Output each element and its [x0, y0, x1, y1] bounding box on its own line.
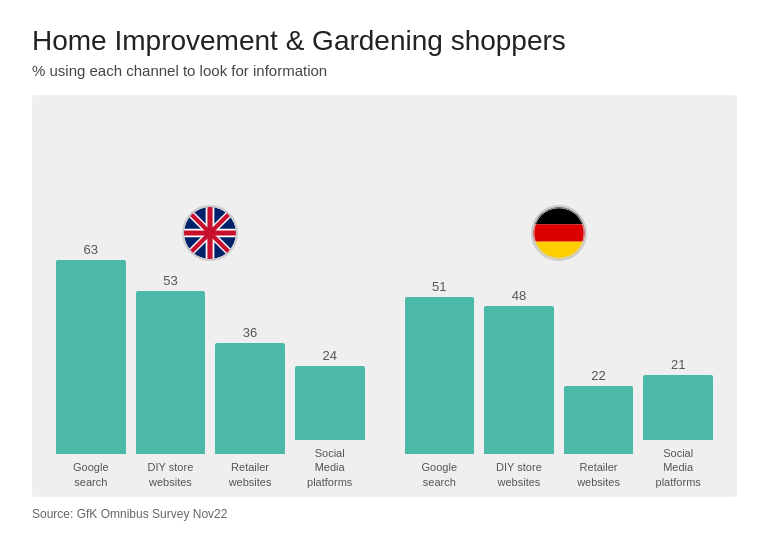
bar-value: 63 — [84, 242, 98, 257]
bar-value: 21 — [671, 357, 685, 372]
bar-value: 48 — [512, 288, 526, 303]
bar-rect — [215, 343, 285, 454]
bar-col: 36Retailerwebsites — [215, 325, 285, 489]
bar-rect — [564, 386, 634, 454]
bar-label: Retailerwebsites — [577, 460, 620, 489]
bar-col: 21SocialMediaplatforms — [643, 357, 713, 489]
page-title: Home Improvement & Gardening shoppers — [32, 24, 737, 58]
page-subtitle: % using each channel to look for informa… — [32, 62, 737, 79]
bar-col: 51Googlesearch — [405, 279, 475, 489]
de-bars-row: 51Googlesearch48DIY storewebsites22Retai… — [405, 269, 714, 489]
bar-label: SocialMediaplatforms — [307, 446, 352, 489]
bar-label: DIY storewebsites — [148, 460, 194, 489]
bar-rect — [295, 366, 365, 440]
de-chart-group: 51Googlesearch48DIY storewebsites22Retai… — [405, 205, 714, 489]
bar-rect — [643, 375, 713, 440]
bar-value: 36 — [243, 325, 257, 340]
bar-col: 53DIY storewebsites — [136, 273, 206, 489]
page-container: Home Improvement & Gardening shoppers % … — [0, 0, 769, 537]
bar-value: 24 — [322, 348, 336, 363]
bar-value: 22 — [591, 368, 605, 383]
bar-value: 51 — [432, 279, 446, 294]
bar-col: 48DIY storewebsites — [484, 288, 554, 489]
de-flag — [531, 205, 587, 261]
bar-rect — [405, 297, 475, 454]
uk-chart-group: 63Googlesearch53DIY storewebsites36Retai… — [56, 205, 365, 489]
bar-col: 22Retailerwebsites — [564, 368, 634, 489]
uk-bars-row: 63Googlesearch53DIY storewebsites36Retai… — [56, 269, 365, 489]
charts-area: 63Googlesearch53DIY storewebsites36Retai… — [32, 95, 737, 497]
bar-rect — [484, 306, 554, 454]
bar-value: 53 — [163, 273, 177, 288]
bar-rect — [56, 260, 126, 454]
bar-label: Googlesearch — [422, 460, 457, 489]
uk-flag — [182, 205, 238, 261]
bar-col: 63Googlesearch — [56, 242, 126, 489]
bar-rect — [136, 291, 206, 454]
bar-label: DIY storewebsites — [496, 460, 542, 489]
bar-col: 24SocialMediaplatforms — [295, 348, 365, 489]
bar-label: SocialMediaplatforms — [656, 446, 701, 489]
svg-rect-12 — [533, 224, 585, 241]
source-text: Source: GfK Omnibus Survey Nov22 — [32, 507, 737, 521]
bar-label: Googlesearch — [73, 460, 108, 489]
bar-label: Retailerwebsites — [229, 460, 272, 489]
